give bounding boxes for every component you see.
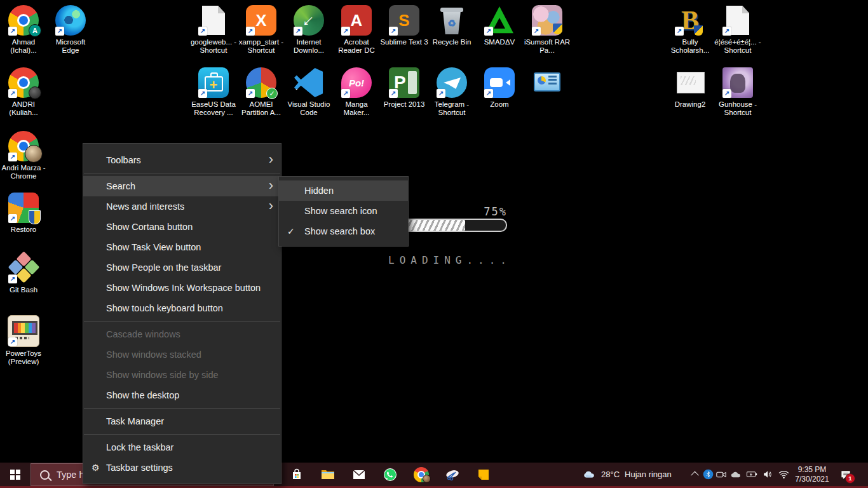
- desktop-icon-label: Acrobat Reader DC: [332, 38, 381, 55]
- desktop-icon-gunhouse[interactable]: ↗Gunhouse - Shortcut: [714, 67, 762, 117]
- weather-widget[interactable]: 28°C Hujan ringan: [582, 463, 672, 486]
- start-button[interactable]: [0, 463, 31, 486]
- desktop-icon-telegram[interactable]: ↗Telegram - Shortcut: [428, 67, 476, 117]
- desktop-icon-zoom[interactable]: ↗Zoom: [475, 67, 524, 109]
- menu-item-show-touch-keyboard-button[interactable]: Show touch keyboard button: [83, 298, 281, 318]
- desktop-icon-label: Zoom: [475, 100, 524, 109]
- menu-item-label: Hidden: [304, 186, 334, 196]
- manga-maker-icon: Po!↗: [341, 67, 372, 98]
- menu-item-label: Show Windows Ink Workspace button: [106, 283, 261, 293]
- desktop-icon-googleweb[interactable]: ↗googleweb... - Shortcut: [189, 5, 238, 55]
- desktop-icon-mojibake-shortcut[interactable]: ↗é¦ésé+é±é¦... - Shortcut: [714, 5, 762, 55]
- desktop-icon-smadav[interactable]: ↗SMADΔV: [475, 5, 524, 46]
- desktop-icon-project-2013[interactable]: P↗Project 2013: [380, 67, 428, 109]
- menu-item-label: Show Task View button: [106, 242, 201, 252]
- taskbar-app-chrome[interactable]: [409, 463, 434, 486]
- shortcut-arrow-icon: ↗: [484, 89, 493, 98]
- desktop-icon-easeus-data-recovery[interactable]: +↗EaseUS Data Recovery ...: [189, 67, 238, 117]
- profile-badge: A: [29, 24, 41, 37]
- menu-item-task-manager[interactable]: Task Manager: [83, 411, 281, 431]
- desktop-icon-internet-download-manager[interactable]: ↓↗Internet Downlo...: [285, 5, 333, 55]
- menu-item-show-task-view-button[interactable]: Show Task View button: [83, 237, 281, 257]
- desktop-icon-visual-studio-code[interactable]: ↗Visual Studio Code: [285, 67, 333, 117]
- bully-scholarship-icon: B↗: [675, 5, 705, 36]
- desktop-icon-git-bash[interactable]: ↗Git Bash: [0, 253, 48, 294]
- sublime-text-3-icon: S↗: [389, 5, 419, 36]
- taskbar-app-whatsapp[interactable]: [377, 463, 403, 486]
- menu-separator: [84, 408, 280, 409]
- project-2013-glyph: P: [389, 67, 419, 98]
- menu-item-show-people-on-the-taskbar[interactable]: Show People on the taskbar: [83, 257, 281, 278]
- menu-item-news-and-interests[interactable]: News and interests›: [83, 196, 281, 217]
- taskbar-app-snipping-tool[interactable]: [440, 463, 465, 486]
- desktop-icon-andri-kuliah[interactable]: ↗ANDRI (Kuliah...: [0, 67, 48, 117]
- desktop-icon-label: Andri Marza - Chrome: [0, 164, 48, 180]
- desktop-screen: 75% LOADING.... A↗Ahmad (Ichal)...↗Micro…: [0, 0, 868, 488]
- desktop-icon-isumsoft-rar[interactable]: ↗iSumsoft RAR Pa...: [523, 5, 571, 55]
- taskbar-app-microsoft-store[interactable]: [284, 463, 309, 486]
- meet-now-icon[interactable]: [714, 463, 728, 486]
- taskbar-app-mail[interactable]: [346, 463, 372, 486]
- menu-item-show-search-icon[interactable]: Show search icon: [279, 201, 408, 221]
- desktop-icon-bully-scholarship[interactable]: B↗Bully Scholarsh...: [666, 5, 714, 55]
- menu-item-label: Task Manager: [106, 416, 164, 426]
- smadav-icon: ↗: [484, 5, 515, 36]
- taskbar-app-sticky-notes[interactable]: [471, 463, 496, 486]
- desktop-icon-manga-maker[interactable]: Po!↗Manga Maker...: [332, 67, 381, 117]
- desktop-icon-acrobat-reader-dc[interactable]: A↗Acrobat Reader DC: [332, 5, 381, 55]
- menu-item-hidden[interactable]: Hidden: [279, 180, 408, 201]
- checkmark-icon: ✓: [287, 221, 295, 241]
- andri-marza-icon: ↗: [8, 131, 39, 161]
- menu-item-show-search-box[interactable]: ✓Show search box: [279, 221, 408, 241]
- shortcut-arrow-icon: ↗: [246, 27, 255, 36]
- desktop-icon-andri-marza[interactable]: ↗Andri Marza - Chrome: [0, 131, 48, 180]
- desktop-icon-ahmad-ichal[interactable]: A↗Ahmad (Ichal)...: [0, 5, 48, 55]
- menu-item-toolbars[interactable]: Toolbars›: [83, 150, 281, 170]
- shortcut-arrow-icon: ↗: [484, 27, 493, 36]
- onedrive-icon[interactable]: [728, 463, 743, 486]
- network-wifi-icon[interactable]: [776, 463, 791, 486]
- tray-overflow-chevron[interactable]: [689, 463, 700, 486]
- battery-icon[interactable]: [744, 463, 760, 486]
- menu-separator: [84, 173, 280, 173]
- menu-item-show-cortana-button[interactable]: Show Cortana button: [83, 217, 281, 237]
- action-center-button[interactable]: 1: [836, 463, 855, 486]
- bluetooth-icon[interactable]: [702, 463, 714, 486]
- desktop-icon-drawing2[interactable]: Drawing2: [666, 67, 714, 109]
- zoom-icon: ↗: [484, 67, 515, 98]
- desktop-icon-sublime-text-3[interactable]: S↗Sublime Text 3: [380, 5, 428, 46]
- menu-item-lock-the-taskbar[interactable]: Lock the taskbar: [83, 437, 281, 458]
- taskbar-app-file-explorer[interactable]: [315, 463, 341, 486]
- shortcut-arrow-icon: ↗: [341, 27, 350, 36]
- desktop-icon-microsoft-edge[interactable]: ↗Microsoft Edge: [46, 5, 95, 55]
- chevron-up-icon: [691, 471, 699, 480]
- menu-item-label: Show windows stacked: [106, 349, 201, 360]
- menu-item-label: Taskbar settings: [106, 463, 173, 473]
- isumsoft-rar-icon: ↗: [532, 5, 562, 36]
- drawing2-icon: [675, 67, 705, 98]
- desktop-icon-powertoys[interactable]: ↗PowerToys (Preview): [0, 315, 48, 366]
- desktop-icon-control-panel[interactable]: [523, 67, 571, 100]
- taskbar-clock[interactable]: 9:35 PM 7/30/2021: [792, 463, 832, 486]
- shortcut-arrow-icon: ↗: [437, 89, 445, 98]
- shortcut-arrow-icon: ↗: [389, 27, 398, 36]
- menu-item-taskbar-settings[interactable]: ⚙Taskbar settings: [83, 458, 281, 478]
- menu-item-show-the-desktop[interactable]: Show the desktop: [83, 385, 281, 405]
- shortcut-arrow-icon: ↗: [8, 214, 17, 223]
- desktop-icon-label: Gunhouse - Shortcut: [714, 100, 762, 117]
- shortcut-arrow-icon: ↗: [341, 89, 350, 98]
- desktop-icon-recycle-bin[interactable]: ♻Recycle Bin: [428, 5, 476, 46]
- desktop-icon-label: Ahmad (Ichal)...: [0, 38, 48, 55]
- menu-item-show-windows-stacked: Show windows stacked: [83, 344, 281, 365]
- desktop-icon-xampp-start[interactable]: X↗xampp_start - Shortcut: [237, 5, 285, 55]
- menu-item-show-windows-ink-workspace-button[interactable]: Show Windows Ink Workspace button: [83, 278, 281, 298]
- desktop-icon-restoro[interactable]: ↗Restoro: [0, 193, 48, 234]
- speaker-icon[interactable]: [761, 463, 775, 486]
- menu-item-label: Cascade windows: [106, 329, 180, 339]
- shortcut-arrow-icon: ↗: [8, 274, 17, 283]
- aomei-partition-icon: ↗: [246, 67, 276, 98]
- menu-item-search[interactable]: Search›: [83, 176, 281, 196]
- shortcut-arrow-icon: ↗: [722, 27, 731, 36]
- desktop-icon-aomei-partition[interactable]: ↗AOMEI Partition A...: [237, 67, 285, 117]
- shortcut-arrow-icon: ↗: [246, 89, 255, 98]
